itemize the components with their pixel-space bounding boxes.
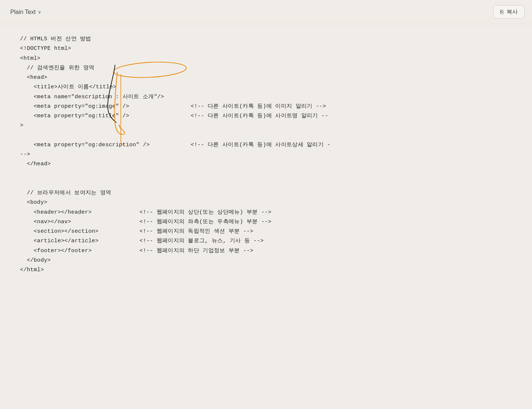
chevron-down-icon: ∨ <box>38 9 41 15</box>
code-line-3: <html> <box>13 54 519 63</box>
code-line-6: <title>사이트 이름</title> <box>13 82 519 92</box>
code-area: // HTML5 버전 선언 방법 <!DOCTYPE html> <html>… <box>0 24 532 285</box>
language-label: Plain Text <box>10 9 36 15</box>
code-line-9: <meta property="og:title" /> <!-- 다른 사이트… <box>13 111 519 121</box>
code-line-2: <!DOCTYPE html> <box>13 44 519 54</box>
code-line-14: </head> <box>13 159 519 169</box>
code-line-24: </body> <box>13 256 519 265</box>
code-line-5: <head> <box>13 73 519 82</box>
copy-icon: ⎘ <box>500 9 504 15</box>
code-line-1: // HTML5 버전 선언 방법 <box>13 34 519 44</box>
code-line-16 <box>13 179 519 188</box>
code-line-19: <header></header> <!-- 웹페이지의 상단(또는 상단메뉴)… <box>13 208 519 217</box>
code-line-11 <box>13 131 519 140</box>
code-line-4: // 검색엔진을 위한 영역 <box>13 63 519 73</box>
code-line-23: <footer></footer> <!-- 웹페이지의 하단 기업정보 부분 … <box>13 246 519 256</box>
language-selector[interactable]: Plain Text ∨ <box>10 9 41 15</box>
code-line-15 <box>13 169 519 179</box>
code-line-20: <nav></nav> <!-- 웹페이지의 좌측(또는 우측메뉴) 부분 --… <box>13 217 519 227</box>
code-block: // HTML5 버전 선언 방법 <!DOCTYPE html> <html>… <box>13 34 519 275</box>
code-line-17: // 브라우저에서 보여지는 영역 <box>13 188 519 198</box>
code-line-10: > <box>13 121 519 130</box>
code-line-21: <section></section> <!-- 웹페이지의 독립적인 섹션 부… <box>13 227 519 236</box>
code-line-22: <article></article> <!-- 웹페이지의 블로그, 뉴스, … <box>13 236 519 246</box>
code-line-25: </html> <box>13 265 519 275</box>
code-line-18: <body> <box>13 198 519 207</box>
code-line-7: <meta name="description : 사이트 소개"/> <box>13 92 519 102</box>
copy-button[interactable]: ⎘ 복사 <box>493 5 525 19</box>
toolbar: Plain Text ∨ ⎘ 복사 <box>0 0 532 24</box>
copy-button-label: 복사 <box>507 8 518 15</box>
main-container: Plain Text ∨ ⎘ 복사 // HTML5 버전 선언 방법 <!DO… <box>0 0 532 409</box>
code-line-12: <meta property="og:description" /> <!-- … <box>13 140 519 150</box>
code-line-13: --> <box>13 150 519 159</box>
code-line-8: <meta property="og:image" /> <!-- 다른 사이트… <box>13 102 519 111</box>
